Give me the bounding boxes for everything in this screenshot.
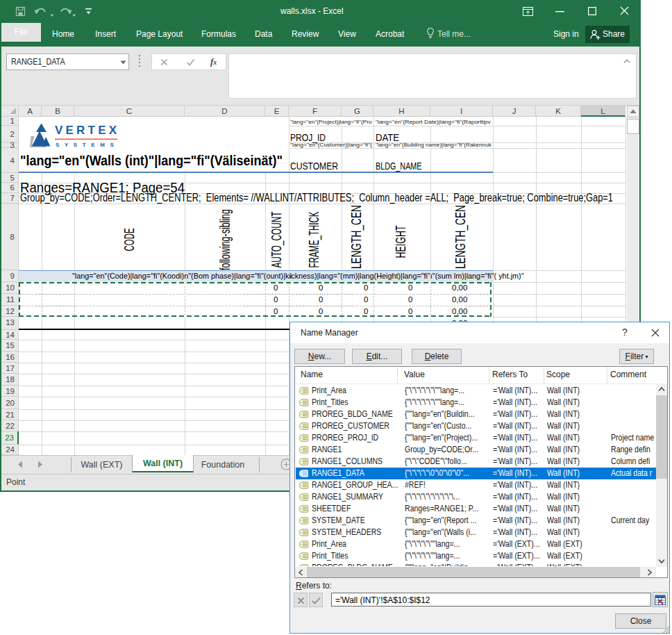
- svg-text:VERTEX: VERTEX: [55, 124, 119, 137]
- svg-text:SYSTEMS: SYSTEMS: [56, 142, 119, 148]
